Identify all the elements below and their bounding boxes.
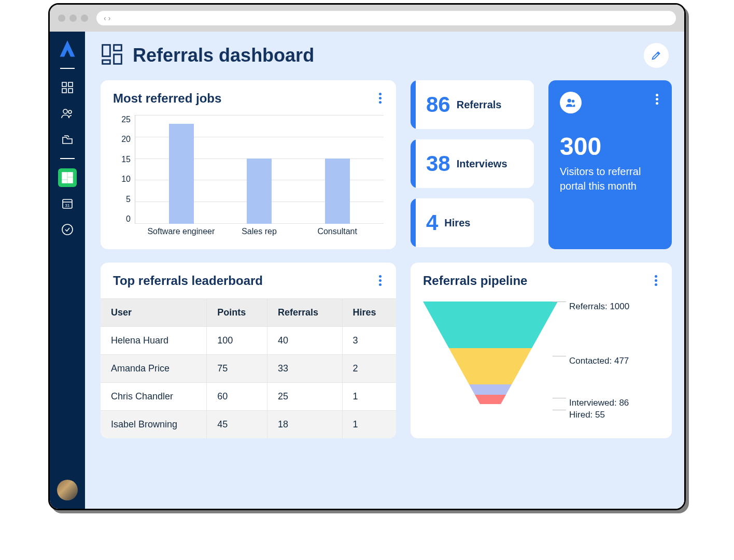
metric-card: 86Referrals xyxy=(411,80,534,129)
x-tick: Consultant xyxy=(299,227,376,236)
table-row: Isabel Browning45181 xyxy=(101,411,396,439)
bar xyxy=(247,159,272,224)
metric-label: Hires xyxy=(444,217,470,229)
sidebar-item-tasks[interactable] xyxy=(58,220,77,239)
dashboard-grid: Most referred jobs 2520151050 Software e… xyxy=(101,80,669,438)
pipeline-card: Referrals pipeline Referrals: 1000Contac… xyxy=(411,263,672,438)
metric-value: 38 xyxy=(426,153,450,175)
metric-value: 4 xyxy=(426,212,438,234)
svg-rect-7 xyxy=(68,173,73,177)
page-header: Referrals dashboard xyxy=(101,43,669,68)
card-title: Top referrals leaderboard xyxy=(113,274,263,288)
table-row: Chris Chandler60251 xyxy=(101,383,396,411)
svg-rect-16 xyxy=(114,54,122,64)
minimize-dot[interactable] xyxy=(69,15,77,22)
bar-chart: 2520151050 xyxy=(113,115,384,224)
funnel-segment xyxy=(423,301,558,348)
sidebar-divider xyxy=(60,158,75,159)
metrics-column: 86Referrals38Interviews4Hires xyxy=(411,80,534,249)
visitors-value: 300 xyxy=(560,134,660,159)
leaderboard-card: Top referrals leaderboard UserPointsRefe… xyxy=(101,263,396,438)
funnel-label: Hired: 55 xyxy=(569,410,605,420)
table-header: Referrals xyxy=(267,299,342,327)
edit-dashboard-button[interactable] xyxy=(644,43,669,68)
app-logo-icon[interactable] xyxy=(58,40,77,59)
sidebar-item-boards[interactable] xyxy=(58,168,77,187)
browser-chrome: ‹ › xyxy=(50,5,684,32)
card-menu-button[interactable] xyxy=(653,273,659,288)
table-cell: Amanda Price xyxy=(101,355,207,383)
svg-rect-14 xyxy=(114,45,122,51)
url-bar[interactable]: ‹ › xyxy=(96,11,676,25)
svg-rect-6 xyxy=(62,173,67,179)
svg-rect-1 xyxy=(68,82,73,87)
close-dot[interactable] xyxy=(58,15,65,22)
window-controls[interactable] xyxy=(58,15,88,22)
sidebar-item-folders[interactable] xyxy=(58,130,77,149)
y-tick: 20 xyxy=(113,135,131,144)
sidebar-item-people[interactable] xyxy=(58,104,77,123)
svg-rect-9 xyxy=(62,180,67,183)
leaderboard-table: UserPointsReferralsHires Helena Huard100… xyxy=(101,298,396,438)
table-cell: 45 xyxy=(207,411,267,439)
page-title: Referrals dashboard xyxy=(133,45,314,66)
table-cell: Isabel Browning xyxy=(101,411,207,439)
table-cell: 18 xyxy=(267,411,342,439)
table-header: Hires xyxy=(342,299,396,327)
funnel-segment xyxy=(469,384,512,395)
table-cell: 25 xyxy=(267,383,342,411)
svg-text:31: 31 xyxy=(65,203,70,208)
svg-point-18 xyxy=(572,100,575,103)
table-cell: 100 xyxy=(207,327,267,355)
funnel-label: Referrals: 1000 xyxy=(569,301,629,312)
table-cell: 1 xyxy=(342,383,396,411)
app-body: 31 Referrals dashboard xyxy=(50,32,684,509)
x-tick: Sales rep xyxy=(220,227,298,236)
table-header: User xyxy=(101,299,207,327)
app-window: ‹ › 31 xyxy=(48,3,686,510)
main-content: Referrals dashboard Most referred jobs 2… xyxy=(85,32,684,509)
card-menu-button[interactable] xyxy=(377,273,384,288)
svg-point-12 xyxy=(62,224,73,235)
card-title: Most referred jobs xyxy=(113,91,221,106)
svg-rect-8 xyxy=(68,178,73,183)
bar xyxy=(325,159,350,224)
table-cell: 60 xyxy=(207,383,267,411)
dashboard-header-icon xyxy=(101,43,123,68)
user-avatar[interactable] xyxy=(57,480,78,500)
table-row: Amanda Price75332 xyxy=(101,355,396,383)
table-cell: 1 xyxy=(342,411,396,439)
funnel-label: Interviewed: 86 xyxy=(569,398,629,408)
funnel-chart xyxy=(423,301,558,421)
nav-forward-icon[interactable]: › xyxy=(108,14,111,22)
svg-point-4 xyxy=(63,109,67,113)
table-cell: Chris Chandler xyxy=(101,383,207,411)
sidebar-item-dashboard[interactable] xyxy=(58,78,77,97)
funnel-label: Contacted: 477 xyxy=(569,356,629,366)
nav-back-icon[interactable]: ‹ xyxy=(104,14,106,22)
svg-rect-13 xyxy=(103,45,110,56)
y-tick: 25 xyxy=(113,115,131,124)
table-cell: 3 xyxy=(342,327,396,355)
metric-value: 86 xyxy=(426,94,450,116)
card-menu-button[interactable] xyxy=(377,91,384,106)
card-title: Referrals pipeline xyxy=(423,274,527,288)
pencil-icon xyxy=(651,50,662,61)
metric-card: 38Interviews xyxy=(411,139,534,188)
y-tick: 10 xyxy=(113,175,131,184)
sidebar: 31 xyxy=(50,32,85,509)
visitors-label: Visitors to referral portal this month xyxy=(560,164,660,193)
visitors-card: 300 Visitors to referral portal this mon… xyxy=(548,80,672,249)
metric-card: 4Hires xyxy=(411,198,534,247)
sidebar-divider xyxy=(60,68,75,69)
table-cell: 33 xyxy=(267,355,342,383)
metric-label: Interviews xyxy=(457,158,507,170)
svg-rect-15 xyxy=(103,60,110,64)
table-row: Helena Huard100403 xyxy=(101,327,396,355)
y-tick: 15 xyxy=(113,155,131,164)
sidebar-item-calendar[interactable]: 31 xyxy=(58,194,77,213)
card-menu-button[interactable] xyxy=(654,92,660,107)
maximize-dot[interactable] xyxy=(81,15,88,22)
bar xyxy=(169,124,194,224)
metric-label: Referrals xyxy=(457,99,502,111)
